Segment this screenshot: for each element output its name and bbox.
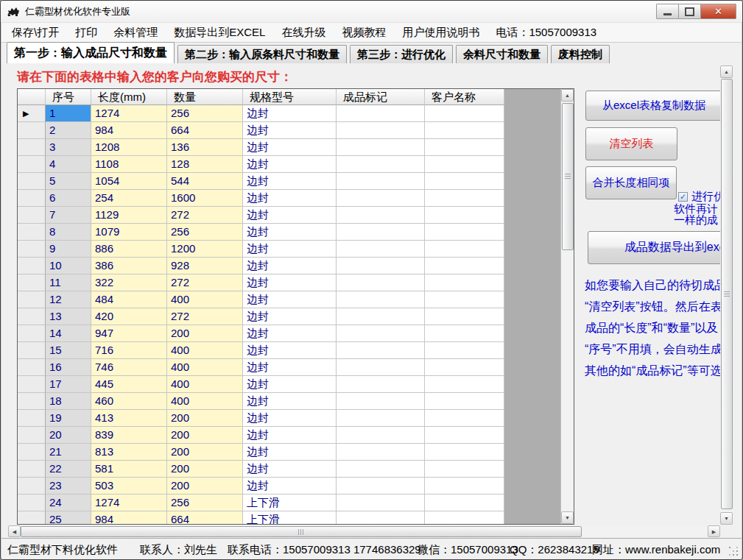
- cell-seq[interactable]: 5: [46, 173, 91, 190]
- cell-seq[interactable]: 10: [46, 258, 91, 274]
- cell-seq[interactable]: 8: [46, 224, 91, 241]
- row-selector[interactable]: [18, 122, 46, 139]
- cell-customer[interactable]: [425, 427, 504, 444]
- cell-spec[interactable]: 边封: [243, 427, 337, 444]
- cell-length[interactable]: 386: [91, 258, 167, 274]
- cell-length[interactable]: 254: [91, 190, 167, 207]
- row-selector[interactable]: [18, 207, 46, 224]
- menu-item[interactable]: 余料管理: [113, 26, 158, 40]
- cell-length[interactable]: 746: [91, 359, 167, 376]
- cell-spec[interactable]: 边封: [243, 461, 337, 478]
- cell-qty[interactable]: 200: [167, 461, 243, 478]
- cell-mark[interactable]: [337, 342, 425, 359]
- cell-spec[interactable]: 边封: [243, 224, 337, 241]
- cell-customer[interactable]: [425, 291, 504, 308]
- cell-length[interactable]: 813: [91, 444, 167, 461]
- cell-qty[interactable]: 200: [167, 410, 243, 427]
- row-selector[interactable]: [18, 495, 46, 511]
- cell-spec[interactable]: 边封: [243, 190, 337, 207]
- export-to-excel-button[interactable]: 成品数据导出到excel表: [588, 231, 720, 264]
- row-selector[interactable]: [18, 393, 46, 410]
- cell-customer[interactable]: [425, 156, 504, 173]
- cell-spec[interactable]: 边封: [243, 173, 337, 190]
- cell-spec[interactable]: 边封: [243, 444, 337, 461]
- cell-customer[interactable]: [425, 444, 504, 461]
- cell-seq[interactable]: 20: [46, 427, 91, 444]
- cell-qty[interactable]: 544: [167, 173, 243, 190]
- row-selector[interactable]: ▶: [18, 105, 46, 122]
- cell-length[interactable]: 839: [91, 427, 167, 444]
- menu-item[interactable]: 在线升级: [281, 26, 325, 40]
- cell-spec[interactable]: 边封: [243, 241, 337, 258]
- cell-mark[interactable]: [337, 410, 425, 427]
- cell-spec[interactable]: 边封: [243, 478, 337, 495]
- row-selector[interactable]: [18, 410, 46, 427]
- cell-seq[interactable]: 7: [46, 207, 91, 224]
- scroll-down-icon[interactable]: ▼: [561, 511, 574, 524]
- cell-mark[interactable]: [337, 258, 425, 274]
- cell-spec[interactable]: 边封: [243, 122, 337, 139]
- clear-list-button[interactable]: 清空列表: [585, 127, 677, 160]
- cell-customer[interactable]: [425, 410, 504, 427]
- cell-customer[interactable]: [425, 461, 504, 478]
- row-selector[interactable]: [18, 241, 46, 258]
- cell-qty[interactable]: 400: [167, 342, 243, 359]
- cell-mark[interactable]: [337, 495, 425, 511]
- cell-customer[interactable]: [425, 139, 504, 156]
- cell-seq[interactable]: 16: [46, 359, 91, 376]
- cell-customer[interactable]: [425, 376, 504, 393]
- column-header[interactable]: 数量: [167, 89, 243, 105]
- cell-seq[interactable]: 6: [46, 190, 91, 207]
- cell-spec[interactable]: 边封: [243, 207, 337, 224]
- cell-spec[interactable]: 上下滑: [243, 511, 337, 524]
- cell-qty[interactable]: 200: [167, 325, 243, 342]
- cell-spec[interactable]: 边封: [243, 156, 337, 173]
- cell-customer[interactable]: [425, 495, 504, 511]
- cell-mark[interactable]: [337, 274, 425, 291]
- cell-customer[interactable]: [425, 122, 504, 139]
- cell-spec[interactable]: 边封: [243, 274, 337, 291]
- cell-mark[interactable]: [337, 190, 425, 207]
- cell-length[interactable]: 445: [91, 376, 167, 393]
- cell-customer[interactable]: [425, 105, 504, 122]
- cell-length[interactable]: 1274: [91, 105, 167, 122]
- cell-spec[interactable]: 边封: [243, 139, 337, 156]
- cell-customer[interactable]: [425, 173, 504, 190]
- cell-length[interactable]: 1129: [91, 207, 167, 224]
- cell-seq[interactable]: 25: [46, 511, 91, 524]
- cell-qty[interactable]: 664: [167, 511, 243, 524]
- cell-spec[interactable]: 边封: [243, 291, 337, 308]
- cell-qty[interactable]: 664: [167, 122, 243, 139]
- scroll-left-icon[interactable]: ◀: [8, 525, 21, 537]
- cell-qty[interactable]: 928: [167, 258, 243, 274]
- cell-spec[interactable]: 边封: [243, 393, 337, 410]
- row-selector[interactable]: [18, 359, 46, 376]
- cell-customer[interactable]: [425, 241, 504, 258]
- cell-seq[interactable]: 23: [46, 478, 91, 495]
- row-selector[interactable]: [18, 224, 46, 241]
- cell-qty[interactable]: 400: [167, 393, 243, 410]
- row-selector[interactable]: [18, 156, 46, 173]
- cell-seq[interactable]: 3: [46, 139, 91, 156]
- column-header[interactable]: 成品标记: [337, 89, 425, 105]
- cell-length[interactable]: 1208: [91, 139, 167, 156]
- cell-mark[interactable]: [337, 511, 425, 524]
- cell-qty[interactable]: 400: [167, 359, 243, 376]
- cell-seq[interactable]: 19: [46, 410, 91, 427]
- cell-length[interactable]: 503: [91, 478, 167, 495]
- optimize-checkbox[interactable]: ✓: [678, 192, 688, 202]
- page-vertical-scrollbar[interactable]: ▲ ▼: [720, 65, 733, 525]
- cell-qty[interactable]: 256: [167, 224, 243, 241]
- row-selector[interactable]: [18, 291, 46, 308]
- scroll-up-icon[interactable]: ▲: [720, 65, 733, 78]
- cell-length[interactable]: 581: [91, 461, 167, 478]
- cell-mark[interactable]: [337, 291, 425, 308]
- cell-spec[interactable]: 边封: [243, 258, 337, 274]
- title-bar[interactable]: 仁霸型材优化软件专业版 ✕: [1, 1, 742, 22]
- cell-qty[interactable]: 256: [167, 105, 243, 122]
- tab-remnant-size[interactable]: 余料尺寸和数量: [456, 45, 548, 63]
- row-selector[interactable]: [18, 308, 46, 325]
- horizontal-scrollbar-thumb[interactable]: [21, 526, 582, 537]
- cell-seq[interactable]: 13: [46, 308, 91, 325]
- row-selector[interactable]: [18, 274, 46, 291]
